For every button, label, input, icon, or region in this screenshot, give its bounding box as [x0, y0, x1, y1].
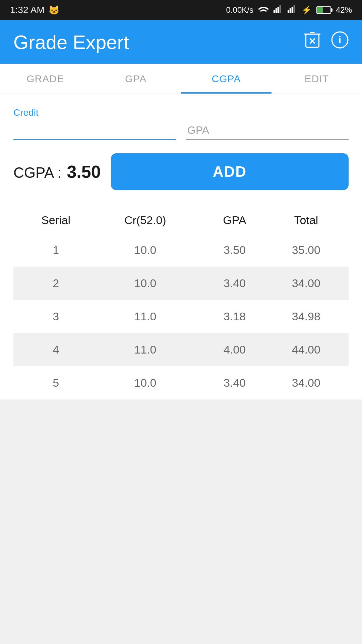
cell-total-3: 34.98: [270, 310, 342, 323]
cell-gpa-4: 4.00: [199, 343, 270, 356]
col-serial: Serial: [20, 214, 92, 227]
credit-input-group: Credit: [13, 107, 176, 140]
cell-total-4: 44.00: [270, 343, 342, 356]
table-row: 5 10.0 3.40 34.00: [13, 366, 349, 399]
delete-icon[interactable]: [304, 31, 321, 53]
table-header: Serial Cr(52.0) GPA Total: [13, 207, 349, 233]
notification-icon: 🐱: [49, 5, 59, 15]
svg-rect-7: [293, 5, 295, 13]
svg-rect-0: [274, 10, 275, 13]
svg-text:i: i: [339, 35, 341, 45]
tab-edit[interactable]: EDIT: [272, 64, 362, 94]
add-button[interactable]: ADD: [111, 153, 349, 190]
network-speed: 0.00K/s: [226, 5, 253, 15]
header-actions: i: [304, 31, 349, 53]
app-title: Grade Expert: [13, 31, 129, 53]
battery-percent: 42%: [336, 5, 352, 15]
cell-credit-5: 10.0: [92, 376, 199, 389]
tab-grade[interactable]: GRADE: [0, 64, 90, 94]
col-total: Total: [270, 214, 342, 227]
table-row: 3 11.0 3.18 34.98: [13, 300, 349, 333]
cell-gpa-1: 3.50: [199, 244, 270, 257]
cell-serial-3: 3: [20, 310, 92, 323]
svg-rect-2: [278, 7, 279, 13]
battery-indicator: [316, 6, 331, 14]
cell-gpa-2: 3.40: [199, 277, 270, 290]
cell-total-5: 34.00: [270, 376, 342, 389]
cell-credit-1: 10.0: [92, 244, 199, 257]
app-header: Grade Expert i: [0, 20, 362, 64]
credit-label: Credit: [13, 107, 176, 118]
table-row: 1 10.0 3.50 35.00: [13, 233, 349, 267]
bolt-icon: ⚡: [302, 5, 312, 15]
cell-gpa-3: 3.18: [199, 310, 270, 323]
info-icon[interactable]: i: [331, 31, 349, 53]
table-container: Serial Cr(52.0) GPA Total 1 10.0 3.50 35…: [13, 207, 349, 399]
status-bar: 1:32 AM 🐱 0.00K/s ⚡: [0, 0, 362, 20]
wifi-icon: [258, 5, 269, 15]
cell-total-2: 34.00: [270, 277, 342, 290]
svg-rect-5: [290, 8, 291, 13]
tabs-container: GRADE GPA CGPA EDIT: [0, 64, 362, 94]
signal-icon-2: [288, 5, 297, 15]
col-gpa: GPA: [199, 214, 270, 227]
gpa-input[interactable]: [186, 121, 349, 140]
main-content: Credit CGPA : 3.50 ADD Serial Cr(52.0) G…: [0, 94, 362, 399]
cgpa-label: CGPA :: [13, 164, 61, 181]
signal-icon: [274, 5, 283, 15]
svg-rect-3: [279, 5, 281, 13]
cell-serial-5: 5: [20, 376, 92, 389]
cgpa-value: 3.50: [67, 162, 101, 182]
cell-gpa-5: 3.40: [199, 376, 270, 389]
svg-rect-6: [292, 7, 293, 13]
cell-serial-4: 4: [20, 343, 92, 356]
cell-credit-2: 10.0: [92, 277, 199, 290]
tab-cgpa[interactable]: CGPA: [181, 64, 272, 94]
input-row: Credit: [13, 107, 349, 140]
cell-credit-3: 11.0: [92, 310, 199, 323]
cgpa-add-row: CGPA : 3.50 ADD: [13, 153, 349, 190]
table-row: 2 10.0 3.40 34.00: [13, 267, 349, 300]
cgpa-display: CGPA : 3.50: [13, 162, 101, 182]
credit-input[interactable]: [13, 121, 176, 140]
bottom-content: [0, 399, 362, 567]
table-row: 4 11.0 4.00 44.00: [13, 333, 349, 366]
status-time: 1:32 AM: [10, 5, 45, 15]
col-credit: Cr(52.0): [92, 214, 199, 227]
cell-credit-4: 11.0: [92, 343, 199, 356]
cell-serial-1: 1: [20, 244, 92, 257]
cell-total-1: 35.00: [270, 244, 342, 257]
svg-rect-4: [288, 10, 289, 13]
gpa-input-group: [186, 121, 349, 140]
svg-rect-1: [276, 8, 277, 13]
tab-gpa[interactable]: GPA: [90, 64, 181, 94]
cell-serial-2: 2: [20, 277, 92, 290]
